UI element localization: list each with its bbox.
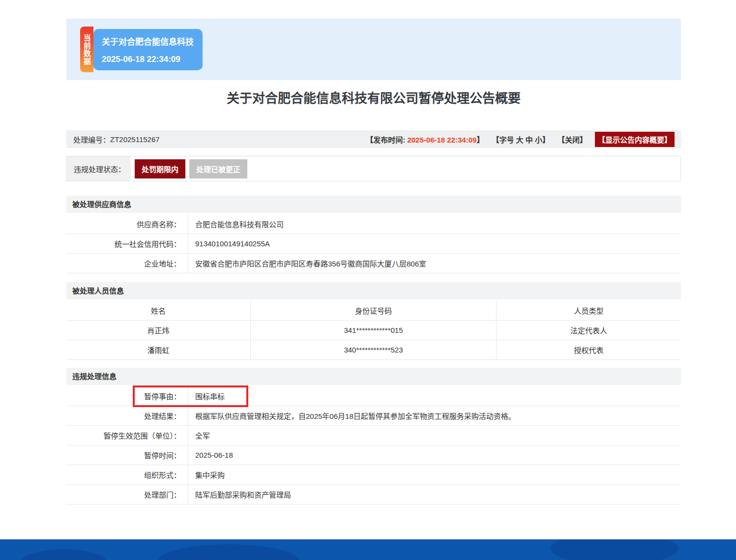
table-row: 肖正炜 341************015 法定代表人: [66, 321, 681, 340]
footer-pattern: [551, 539, 678, 560]
table-row: 统一社会信用代码： 91340100149140255A: [66, 234, 681, 254]
badge-notice-title: 关于对合肥合能信息科技: [102, 35, 194, 47]
person-type: 法定代表人: [497, 321, 681, 340]
supplier-name-label: 供应商名称：: [66, 214, 188, 234]
supplier-name-value: 合肥合能信息科技有限公司: [188, 214, 681, 234]
publish-time-suffix: 】: [476, 136, 484, 144]
table-row: 处理结果： 根据军队供应商管理相关规定，自2025年06月18日起暂停其参加全军…: [66, 406, 681, 426]
violation-table: 暂停事由： 围标串标 处理结果： 根据军队供应商管理相关规定，自2025年06月…: [66, 386, 681, 504]
current-data-tab: 当前数据: [80, 27, 93, 72]
table-row: 组织形式： 集中采购: [66, 465, 681, 485]
company-address-label: 企业地址：: [66, 254, 188, 273]
font-size-medium[interactable]: 中: [526, 136, 533, 144]
table-row-suspension-reason: 暂停事由： 围标串标: [66, 386, 681, 406]
handling-result-label: 处理结果：: [66, 406, 188, 425]
table-row: 暂停生效范围（单位）： 全军: [66, 426, 681, 445]
font-size-large[interactable]: 大: [516, 136, 524, 144]
publish-time: 【发布时间: 2025-06-18 22:34:09】: [366, 134, 484, 145]
company-address-value: 安徽省合肥市庐阳区合肥市庐阳区寿春路356号徽商国际大厦八层806室: [188, 254, 681, 273]
person-name: 肖正炜: [66, 321, 251, 340]
person-type: 授权代表: [497, 340, 681, 359]
table-row: 暂停时间： 2025-06-18: [66, 445, 681, 465]
violation-status-buttons: 处罚期限内 处理已被更正: [131, 156, 247, 181]
table-row: 供应商名称： 合肥合能信息科技有限公司: [66, 214, 681, 234]
column-header-person-type: 人员类型: [497, 301, 681, 320]
footer-band: [0, 539, 736, 560]
table-row: 处理部门： 陆军后勤部采购和资产管理局: [66, 485, 681, 504]
supplier-table: 供应商名称： 合肥合能信息科技有限公司 统一社会信用代码： 9134010014…: [66, 214, 681, 273]
handling-department-label: 处理部门：: [66, 485, 188, 504]
table-row: 企业地址： 安徽省合肥市庐阳区合肥市庐阳区寿春路356号徽商国际大厦八层806室: [66, 254, 681, 273]
process-number-label: 处理编号：: [73, 134, 110, 145]
organization-form-label: 组织形式：: [66, 465, 188, 484]
process-number-value: ZT2025115267: [110, 135, 160, 144]
credit-code-label: 统一社会信用代码：: [66, 234, 188, 253]
footer-pattern: [20, 549, 108, 560]
process-number: 处理编号： ZT2025115267: [73, 134, 160, 145]
credit-code-value: 91340100149140255A: [188, 234, 681, 253]
suspension-reason-value: 围标串标: [188, 386, 681, 406]
header-strip: 当前数据 关于对合肥合能信息科技 2025-06-18 22:34:09: [66, 19, 681, 80]
font-size-switcher: 【字号 大 中 小】: [492, 134, 550, 145]
suspension-reason-label: 暂停事由：: [66, 386, 188, 406]
suspension-scope-label: 暂停生效范围（单位）：: [66, 426, 188, 445]
violation-status-row: 违规处理状态： 处罚期限内 处理已被更正: [66, 156, 681, 181]
handling-department-value: 陆军后勤部采购和资产管理局: [188, 485, 681, 504]
badge-notice-datetime: 2025-06-18 22:34:09: [102, 55, 194, 64]
column-header-id-number: 身份证号码: [251, 301, 497, 320]
table-row: 潘雨虹 340************523 授权代表: [66, 340, 681, 360]
suspension-date-label: 暂停时间：: [66, 445, 188, 465]
suspension-scope-value: 全军: [188, 426, 681, 445]
organization-form-value: 集中采购: [188, 465, 681, 484]
publish-time-value: 2025-06-18 22:34:09: [407, 136, 476, 144]
status-in-penalty-period-button[interactable]: 处罚期限内: [135, 159, 185, 178]
page-content: 当前数据 关于对合肥合能信息科技 2025-06-18 22:34:09 关于对…: [66, 19, 681, 504]
show-summary-button[interactable]: 【显示公告内容概要】: [595, 132, 675, 147]
font-size-small[interactable]: 小: [535, 136, 542, 144]
page-title: 关于对合肥合能信息科技有限公司暂停处理公告概要: [66, 88, 681, 105]
font-size-suffix: 】: [542, 136, 550, 144]
person-id-number: 341************015: [251, 321, 497, 340]
violation-status-label: 违规处理状态：: [67, 156, 131, 181]
info-bar-actions: 【发布时间: 2025-06-18 22:34:09】 【字号 大 中 小】 【…: [366, 132, 675, 147]
personnel-section-header: 被处理人员信息: [66, 282, 681, 299]
person-name: 潘雨虹: [66, 340, 251, 359]
publish-time-prefix: 【发布时间:: [366, 136, 407, 144]
column-header-name: 姓名: [66, 301, 251, 320]
info-bar: 处理编号： ZT2025115267 【发布时间: 2025-06-18 22:…: [66, 130, 681, 148]
handling-result-value: 根据军队供应商管理相关规定，自2025年06月18日起暂停其参加全军物资工程服务…: [188, 406, 681, 425]
current-data-box: 关于对合肥合能信息科技 2025-06-18 22:34:09: [93, 29, 203, 70]
personnel-table: 姓名 身份证号码 人员类型 肖正炜 341************015 法定代…: [66, 301, 681, 360]
status-corrected-button[interactable]: 处理已被更正: [189, 159, 247, 178]
close-button[interactable]: 【关闭】: [558, 134, 587, 145]
personnel-header-row: 姓名 身份证号码 人员类型: [66, 301, 681, 321]
footer-pattern: [157, 544, 300, 560]
violation-section-header: 违规处理信息: [66, 368, 681, 385]
suspension-date-value: 2025-06-18: [188, 445, 681, 465]
font-size-prefix: 【字号: [492, 136, 516, 144]
person-id-number: 340************523: [251, 340, 497, 359]
supplier-section-header: 被处理供应商信息: [66, 196, 681, 213]
current-data-badge: 当前数据 关于对合肥合能信息科技 2025-06-18 22:34:09: [80, 27, 203, 72]
